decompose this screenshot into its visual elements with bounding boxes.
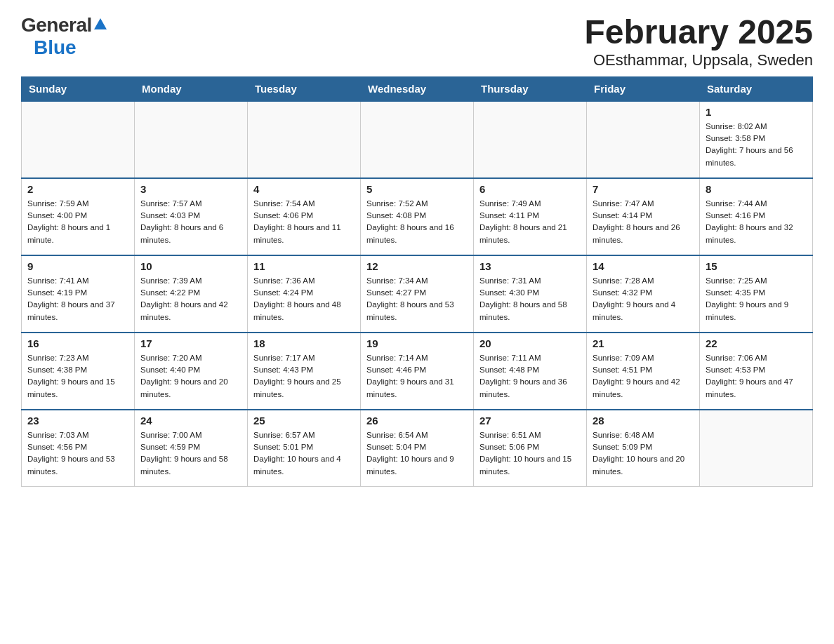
table-row bbox=[700, 410, 813, 487]
table-row: 7Sunrise: 7:47 AMSunset: 4:14 PMDaylight… bbox=[587, 178, 700, 255]
day-number: 27 bbox=[479, 415, 581, 427]
day-info: Sunrise: 7:47 AMSunset: 4:14 PMDaylight:… bbox=[593, 198, 694, 246]
logo-blue-text: Blue bbox=[34, 36, 77, 58]
day-number: 17 bbox=[140, 337, 241, 349]
day-number: 8 bbox=[706, 183, 807, 195]
header-sunday: Sunday bbox=[22, 76, 135, 101]
day-info: Sunrise: 7:34 AMSunset: 4:27 PMDaylight:… bbox=[366, 275, 468, 323]
day-number: 18 bbox=[253, 337, 355, 349]
day-info: Sunrise: 6:51 AMSunset: 5:06 PMDaylight:… bbox=[479, 429, 581, 478]
calendar-week-row: 23Sunrise: 7:03 AMSunset: 4:56 PMDayligh… bbox=[22, 410, 813, 487]
table-row: 22Sunrise: 7:06 AMSunset: 4:53 PMDayligh… bbox=[700, 333, 813, 410]
table-row: 5Sunrise: 7:52 AMSunset: 4:08 PMDaylight… bbox=[361, 178, 474, 255]
table-row: 4Sunrise: 7:54 AMSunset: 4:06 PMDaylight… bbox=[248, 178, 361, 255]
day-number: 20 bbox=[479, 337, 581, 349]
title-block: February 2025 OEsthammar, Uppsala, Swede… bbox=[584, 14, 813, 69]
day-info: Sunrise: 7:00 AMSunset: 4:59 PMDaylight:… bbox=[140, 429, 241, 478]
logo-triangle-icon bbox=[94, 18, 107, 29]
day-info: Sunrise: 8:02 AMSunset: 3:58 PMDaylight:… bbox=[706, 121, 807, 169]
table-row: 28Sunrise: 6:48 AMSunset: 5:09 PMDayligh… bbox=[587, 410, 700, 487]
day-number: 14 bbox=[593, 260, 694, 272]
day-info: Sunrise: 7:36 AMSunset: 4:24 PMDaylight:… bbox=[253, 275, 355, 323]
table-row bbox=[474, 101, 587, 178]
day-info: Sunrise: 7:11 AMSunset: 4:48 PMDaylight:… bbox=[479, 352, 581, 401]
logo-general-text: General bbox=[21, 14, 92, 36]
day-info: Sunrise: 7:06 AMSunset: 4:53 PMDaylight:… bbox=[706, 352, 807, 401]
header-saturday: Saturday bbox=[700, 76, 813, 101]
logo: General Blue bbox=[21, 14, 107, 59]
day-info: Sunrise: 7:57 AMSunset: 4:03 PMDaylight:… bbox=[140, 198, 241, 246]
table-row: 14Sunrise: 7:28 AMSunset: 4:32 PMDayligh… bbox=[587, 255, 700, 333]
day-number: 12 bbox=[366, 260, 468, 272]
day-number: 22 bbox=[706, 337, 807, 349]
day-number: 23 bbox=[27, 415, 128, 427]
calendar-title: February 2025 bbox=[584, 14, 813, 51]
day-number: 26 bbox=[366, 415, 468, 427]
day-number: 3 bbox=[140, 183, 241, 195]
day-info: Sunrise: 7:28 AMSunset: 4:32 PMDaylight:… bbox=[593, 275, 694, 323]
table-row: 25Sunrise: 6:57 AMSunset: 5:01 PMDayligh… bbox=[248, 410, 361, 487]
day-number: 4 bbox=[253, 183, 355, 195]
day-number: 19 bbox=[366, 337, 468, 349]
calendar-week-row: 16Sunrise: 7:23 AMSunset: 4:38 PMDayligh… bbox=[22, 333, 813, 410]
day-number: 11 bbox=[253, 260, 355, 272]
table-row bbox=[587, 101, 700, 178]
day-info: Sunrise: 6:57 AMSunset: 5:01 PMDaylight:… bbox=[253, 429, 355, 478]
table-row: 13Sunrise: 7:31 AMSunset: 4:30 PMDayligh… bbox=[474, 255, 587, 333]
header-wednesday: Wednesday bbox=[361, 76, 474, 101]
table-row: 15Sunrise: 7:25 AMSunset: 4:35 PMDayligh… bbox=[700, 255, 813, 333]
day-info: Sunrise: 6:54 AMSunset: 5:04 PMDaylight:… bbox=[366, 429, 468, 478]
day-number: 6 bbox=[479, 183, 581, 195]
day-number: 10 bbox=[140, 260, 241, 272]
table-row: 1Sunrise: 8:02 AMSunset: 3:58 PMDaylight… bbox=[700, 101, 813, 178]
day-number: 1 bbox=[706, 106, 807, 118]
table-row: 10Sunrise: 7:39 AMSunset: 4:22 PMDayligh… bbox=[135, 255, 248, 333]
table-row: 20Sunrise: 7:11 AMSunset: 4:48 PMDayligh… bbox=[474, 333, 587, 410]
day-info: Sunrise: 7:25 AMSunset: 4:35 PMDaylight:… bbox=[706, 275, 807, 323]
table-row: 24Sunrise: 7:00 AMSunset: 4:59 PMDayligh… bbox=[135, 410, 248, 487]
table-row: 21Sunrise: 7:09 AMSunset: 4:51 PMDayligh… bbox=[587, 333, 700, 410]
table-row: 3Sunrise: 7:57 AMSunset: 4:03 PMDaylight… bbox=[135, 178, 248, 255]
day-info: Sunrise: 7:59 AMSunset: 4:00 PMDaylight:… bbox=[27, 198, 128, 246]
calendar-table: Sunday Monday Tuesday Wednesday Thursday… bbox=[21, 76, 813, 488]
day-number: 16 bbox=[27, 337, 128, 349]
day-info: Sunrise: 7:20 AMSunset: 4:40 PMDaylight:… bbox=[140, 352, 241, 401]
table-row: 16Sunrise: 7:23 AMSunset: 4:38 PMDayligh… bbox=[22, 333, 135, 410]
table-row: 9Sunrise: 7:41 AMSunset: 4:19 PMDaylight… bbox=[22, 255, 135, 333]
table-row bbox=[22, 101, 135, 178]
day-number: 24 bbox=[140, 415, 241, 427]
day-number: 2 bbox=[27, 183, 128, 195]
calendar-week-row: 1Sunrise: 8:02 AMSunset: 3:58 PMDaylight… bbox=[22, 101, 813, 178]
calendar-subtitle: OEsthammar, Uppsala, Sweden bbox=[584, 51, 813, 69]
day-info: Sunrise: 7:09 AMSunset: 4:51 PMDaylight:… bbox=[593, 352, 694, 401]
table-row bbox=[135, 101, 248, 178]
table-row: 26Sunrise: 6:54 AMSunset: 5:04 PMDayligh… bbox=[361, 410, 474, 487]
day-number: 5 bbox=[366, 183, 468, 195]
table-row: 23Sunrise: 7:03 AMSunset: 4:56 PMDayligh… bbox=[22, 410, 135, 487]
table-row: 19Sunrise: 7:14 AMSunset: 4:46 PMDayligh… bbox=[361, 333, 474, 410]
table-row: 11Sunrise: 7:36 AMSunset: 4:24 PMDayligh… bbox=[248, 255, 361, 333]
table-row bbox=[248, 101, 361, 178]
day-info: Sunrise: 7:54 AMSunset: 4:06 PMDaylight:… bbox=[253, 198, 355, 246]
day-number: 9 bbox=[27, 260, 128, 272]
day-info: Sunrise: 7:23 AMSunset: 4:38 PMDaylight:… bbox=[27, 352, 128, 401]
day-info: Sunrise: 7:41 AMSunset: 4:19 PMDaylight:… bbox=[27, 275, 128, 323]
day-info: Sunrise: 7:14 AMSunset: 4:46 PMDaylight:… bbox=[366, 352, 468, 401]
header-tuesday: Tuesday bbox=[248, 76, 361, 101]
day-number: 15 bbox=[706, 260, 807, 272]
day-number: 28 bbox=[593, 415, 694, 427]
day-number: 21 bbox=[593, 337, 694, 349]
calendar-week-row: 9Sunrise: 7:41 AMSunset: 4:19 PMDaylight… bbox=[22, 255, 813, 333]
header-thursday: Thursday bbox=[474, 76, 587, 101]
table-row: 18Sunrise: 7:17 AMSunset: 4:43 PMDayligh… bbox=[248, 333, 361, 410]
header-friday: Friday bbox=[587, 76, 700, 101]
table-row: 17Sunrise: 7:20 AMSunset: 4:40 PMDayligh… bbox=[135, 333, 248, 410]
day-info: Sunrise: 7:31 AMSunset: 4:30 PMDaylight:… bbox=[479, 275, 581, 323]
day-number: 13 bbox=[479, 260, 581, 272]
day-info: Sunrise: 7:44 AMSunset: 4:16 PMDaylight:… bbox=[706, 198, 807, 246]
table-row bbox=[361, 101, 474, 178]
table-row: 27Sunrise: 6:51 AMSunset: 5:06 PMDayligh… bbox=[474, 410, 587, 487]
table-row: 12Sunrise: 7:34 AMSunset: 4:27 PMDayligh… bbox=[361, 255, 474, 333]
day-info: Sunrise: 7:39 AMSunset: 4:22 PMDaylight:… bbox=[140, 275, 241, 323]
table-row: 2Sunrise: 7:59 AMSunset: 4:00 PMDaylight… bbox=[22, 178, 135, 255]
